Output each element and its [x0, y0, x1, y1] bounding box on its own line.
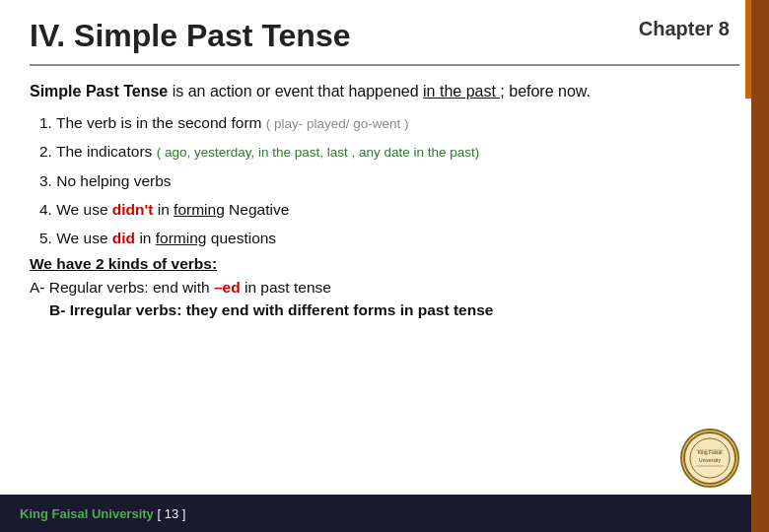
item4-red: didn't [112, 201, 154, 218]
footer: King Faisal University [ 13 ] [0, 495, 751, 532]
intro-text1: is an action or event that happened [168, 83, 423, 100]
footer-text: King Faisal University [ 13 ] [20, 506, 185, 521]
university-seal: King Faisal University [680, 429, 739, 488]
item1-number: 1. [39, 114, 52, 131]
footer-page: 13 [165, 506, 178, 521]
list-item-5: 5. We use did in forming questions [39, 227, 739, 249]
header: IV. Simple Past Tense Chapter 8 [0, 0, 769, 54]
item1-main: The verb is in the second form [56, 114, 266, 131]
seal-svg: King Faisal University [682, 431, 737, 486]
page-title: IV. Simple Past Tense [30, 18, 350, 54]
a-suffix: in past tense [241, 279, 331, 296]
footer-bracket-close: ] [182, 506, 186, 521]
footer-bracket-open: [ [157, 506, 164, 521]
main-content: Simple Past Tense is an action or event … [0, 66, 769, 319]
list-item-2: 2. The indicators ( ago, yesterday, in t… [39, 140, 739, 163]
page-container: IV. Simple Past Tense Chapter 8 Simple P… [0, 0, 769, 532]
svg-text:University: University [699, 457, 721, 463]
item5-number: 5. [39, 230, 52, 246]
item3-main: No helping verbs [56, 172, 171, 189]
item1-secondary: ( play- played/ go-went ) [266, 116, 409, 131]
right-accent-bar [751, 0, 769, 532]
item4-end: Negative [229, 201, 289, 218]
intro-underline: in the past ; [423, 83, 505, 100]
item2-main: The indicators [56, 143, 157, 160]
chapter-label: Chapter 8 [639, 18, 730, 40]
item3-number: 3. [39, 172, 52, 189]
b-line: B- Irregular verbs: they end with differ… [49, 301, 739, 319]
item4-number: 4. [39, 201, 52, 218]
item5-red: did [112, 230, 135, 246]
list-item-1: 1. The verb is in the second form ( play… [39, 111, 739, 134]
list-item-4: 4. We use didn't in forming Negative [39, 198, 739, 221]
kinds-line: We have 2 kinds of verbs: [30, 255, 739, 273]
item4-after: in [158, 201, 174, 218]
seal-circle: King Faisal University [680, 429, 739, 488]
a-prefix: A- Regular verbs: end with [30, 279, 214, 296]
footer-university: King Faisal University [20, 506, 154, 521]
a-red: –ed [214, 279, 241, 296]
numbered-list: 1. The verb is in the second form ( play… [30, 111, 739, 249]
item5-underline: forming [156, 230, 207, 246]
item5-after: in [139, 230, 155, 246]
item2-number: 2. [39, 143, 52, 160]
a-line: A- Regular verbs: end with –ed in past t… [30, 279, 739, 297]
intro-subject: Simple Past Tense [30, 83, 168, 100]
item5-end: questions [211, 230, 276, 246]
item4-underline: forming [174, 201, 225, 218]
item5-main: We use [56, 230, 112, 246]
item2-secondary: ( ago, yesterday, in the past, last , an… [157, 145, 480, 160]
intro-paragraph: Simple Past Tense is an action or event … [30, 80, 739, 103]
list-item-3: 3. No helping verbs [39, 169, 739, 192]
item4-main: We use [56, 201, 112, 218]
intro-text2: before now. [505, 83, 591, 100]
